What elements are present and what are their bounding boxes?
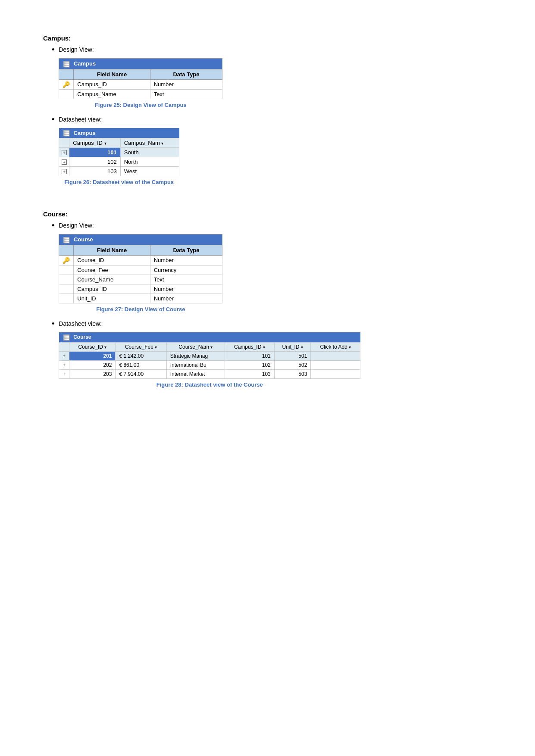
expand-button[interactable]: + bbox=[62, 159, 67, 165]
table-icon-c bbox=[64, 237, 70, 244]
course-design-view-bullet: • Design View: Course bbox=[52, 222, 492, 315]
campus-datasheet-table: Campus Campus_ID ▾ Campus_Nam bbox=[59, 128, 179, 177]
data-type-header: Data Type bbox=[150, 69, 222, 79]
type-course-fee: Currency bbox=[150, 265, 222, 275]
table-row: Campus_ID Number bbox=[59, 284, 222, 294]
table-row: Unit_ID Number bbox=[59, 294, 222, 303]
svg-rect-12 bbox=[64, 335, 69, 341]
click-to-add-header[interactable]: Click to Add ▾ bbox=[311, 342, 360, 351]
fig27-caption: Figure 27: Design View of Course bbox=[96, 306, 185, 312]
table-row: Course_Name Text bbox=[59, 275, 222, 284]
bullet-point: • bbox=[52, 319, 54, 328]
datasheet-row: + 103 West bbox=[59, 167, 179, 176]
course-design-view-content: Design View: Course bbox=[59, 222, 222, 315]
expand-button[interactable]: + bbox=[62, 169, 67, 174]
type-course-name: Text bbox=[150, 275, 222, 284]
unit-id-cell: 503 bbox=[274, 369, 311, 378]
campus-datasheet-figure: Campus Campus_ID ▾ Campus_Nam bbox=[59, 128, 179, 186]
field-course-name: Course_Name bbox=[74, 275, 150, 284]
campus-design-table: Campus Field Name Data Type 🔑 bbox=[59, 58, 222, 99]
field-course-id: Course_ID bbox=[74, 255, 150, 265]
course-ds-row: + 202 € 861.00 International Bu 102 502 bbox=[59, 360, 360, 369]
expand-button[interactable]: + bbox=[62, 150, 67, 155]
campus-datasheet-view-content: Datasheet view: Campus bbox=[59, 116, 179, 188]
campus-datasheet-view-bullet: • Datasheet view: Campus bbox=[52, 116, 492, 188]
campus-id-cell: 101 bbox=[69, 148, 120, 157]
table-title-row: Course bbox=[59, 234, 222, 245]
course-datasheet-view-bullet: • Datasheet view: Course bbox=[52, 320, 492, 390]
field-course-fee: Course_Fee bbox=[74, 265, 150, 275]
table-row: Course_Fee Currency bbox=[59, 265, 222, 275]
datasheet-row: + 101 South bbox=[59, 148, 179, 157]
course-datasheet-figure: Course Course_ID ▾ Course_Fee ▾ bbox=[59, 332, 360, 388]
type-unit-id: Number bbox=[150, 294, 222, 303]
datasheet-header-row: Campus_ID ▾ Campus_Nam ▾ bbox=[59, 138, 179, 148]
datasheet-row: + 102 North bbox=[59, 157, 179, 167]
course-ds-row: + 203 € 7,914.00 Internet Market 103 503 bbox=[59, 369, 360, 378]
click-to-add-cell bbox=[311, 369, 360, 378]
table-icon bbox=[64, 62, 70, 68]
table-title-row: Campus bbox=[59, 59, 222, 69]
unit-id-header: Unit_ID ▾ bbox=[274, 342, 311, 351]
expand-button[interactable]: + bbox=[63, 362, 66, 368]
field-campus-id: Campus_ID bbox=[74, 79, 150, 89]
field-unit-id: Unit_ID bbox=[74, 294, 150, 303]
course-name-cell: Strategic Manag bbox=[166, 351, 225, 360]
table-row: Campus_Name Text bbox=[59, 89, 222, 99]
campus-design-view-label: Design View: bbox=[59, 46, 94, 53]
unit-id-cell: 502 bbox=[274, 360, 311, 369]
expand-button[interactable]: + bbox=[63, 371, 66, 377]
expand-button[interactable]: + bbox=[63, 353, 66, 359]
table-header-row: Field Name Data Type bbox=[59, 245, 222, 255]
bullet-point: • bbox=[52, 115, 54, 124]
bullet-point: • bbox=[52, 221, 54, 230]
course-design-figure: Course Field Name Data Type 🔑 bbox=[59, 234, 222, 312]
field-name-header: Field Name bbox=[74, 69, 150, 79]
svg-rect-4 bbox=[64, 131, 69, 136]
campus-name-cell: West bbox=[120, 167, 179, 176]
course-id-cell: 202 bbox=[69, 360, 116, 369]
bullet-point: • bbox=[52, 45, 54, 54]
svg-rect-0 bbox=[64, 62, 69, 67]
course-ds-header-row: Course_ID ▾ Course_Fee ▾ Course_Nam ▾ Ca… bbox=[59, 342, 360, 351]
unit-id-cell: 501 bbox=[274, 351, 311, 360]
campus-id-cell: 103 bbox=[225, 369, 274, 378]
key-icon: 🔑 bbox=[63, 257, 70, 264]
field-campus-id: Campus_ID bbox=[74, 284, 150, 294]
course-section: Course: • Design View: bbox=[43, 210, 492, 390]
course-id-cell: 201 bbox=[69, 351, 116, 360]
table-row: 🔑 Course_ID Number bbox=[59, 255, 222, 265]
campus-name-cell: South bbox=[120, 148, 179, 157]
table-icon-ds bbox=[64, 131, 70, 137]
campus-id-cell: 103 bbox=[69, 167, 120, 176]
course-design-view-label: Design View: bbox=[59, 222, 94, 229]
table-header-row: Field Name Data Type bbox=[59, 69, 222, 79]
course-ds-title-row: Course bbox=[59, 332, 360, 342]
course-design-table: Course Field Name Data Type 🔑 bbox=[59, 234, 222, 303]
fig28-caption: Figure 28: Datasheet view of the Course bbox=[156, 381, 263, 388]
field-name-header: Field Name bbox=[74, 245, 150, 255]
fig25-caption: Figure 25: Design View of Campus bbox=[95, 102, 187, 108]
course-fee-cell: € 861.00 bbox=[116, 360, 166, 369]
campus-id-cell: 102 bbox=[69, 157, 120, 167]
course-name-cell: International Bu bbox=[166, 360, 225, 369]
campus-design-figure: Campus Field Name Data Type 🔑 bbox=[59, 58, 222, 108]
type-campus-name: Text bbox=[150, 89, 222, 99]
course-fee-cell: € 7,914.00 bbox=[116, 369, 166, 378]
course-datasheet-label: Datasheet view: bbox=[59, 320, 102, 327]
type-campus-id: Number bbox=[150, 284, 222, 294]
key-icon: 🔑 bbox=[63, 81, 70, 88]
svg-rect-8 bbox=[64, 238, 69, 243]
course-ds-row: + 201 € 1,242.00 Strategic Manag 101 501 bbox=[59, 351, 360, 360]
course-datasheet-table: Course Course_ID ▾ Course_Fee ▾ bbox=[59, 332, 360, 379]
type-campus-id: Number bbox=[150, 79, 222, 89]
campus-id-cell: 101 bbox=[225, 351, 274, 360]
course-datasheet-view-content: Datasheet view: Course bbox=[59, 320, 360, 390]
campus-section: Campus: • Design View: bbox=[43, 34, 492, 188]
campus-heading: Campus: bbox=[43, 34, 492, 42]
campus-name-cell: North bbox=[120, 157, 179, 167]
course-fee-cell: € 1,242.00 bbox=[116, 351, 166, 360]
fig26-caption: Figure 26: Datasheet view of the Campus bbox=[65, 179, 174, 185]
datasheet-title-row: Campus bbox=[59, 128, 179, 138]
field-campus-name: Campus_Name bbox=[74, 89, 150, 99]
